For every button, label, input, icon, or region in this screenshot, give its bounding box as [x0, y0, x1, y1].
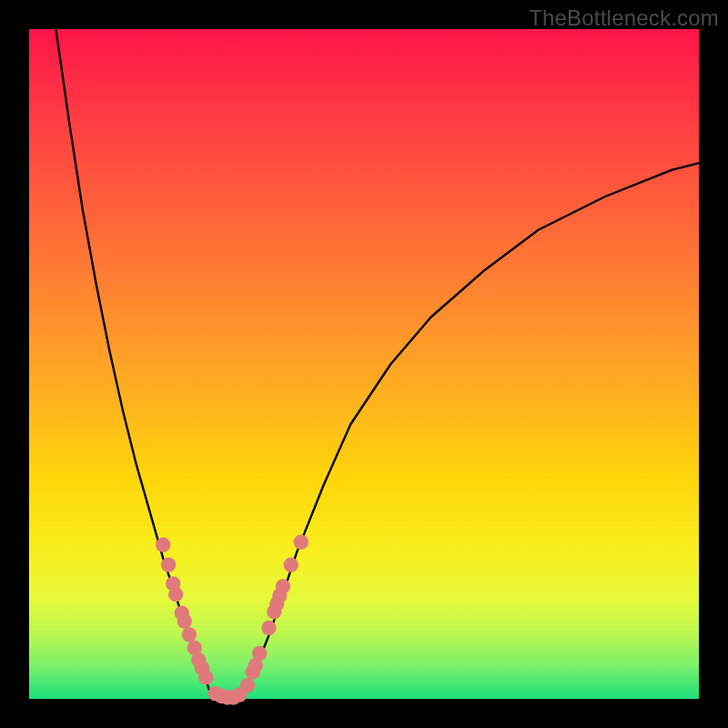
data-dot	[294, 535, 308, 550]
data-dot	[252, 646, 267, 661]
data-dot	[284, 558, 298, 572]
chart-frame: TheBottleneck.com	[0, 0, 728, 728]
data-dot	[276, 579, 290, 593]
data-dot	[168, 587, 183, 602]
data-dot	[177, 613, 192, 628]
data-dot	[198, 670, 213, 684]
chart-svg	[29, 29, 699, 699]
curve-group	[56, 29, 699, 698]
series-right-branch	[244, 163, 699, 692]
plot-area	[29, 29, 699, 699]
dots-group	[156, 535, 308, 705]
data-dot	[240, 678, 255, 693]
series-left-branch	[56, 29, 209, 693]
data-dot	[182, 627, 197, 642]
data-dot	[261, 621, 276, 635]
data-dot	[161, 558, 176, 572]
data-dot	[156, 538, 170, 552]
watermark-text: TheBottleneck.com	[529, 5, 719, 31]
